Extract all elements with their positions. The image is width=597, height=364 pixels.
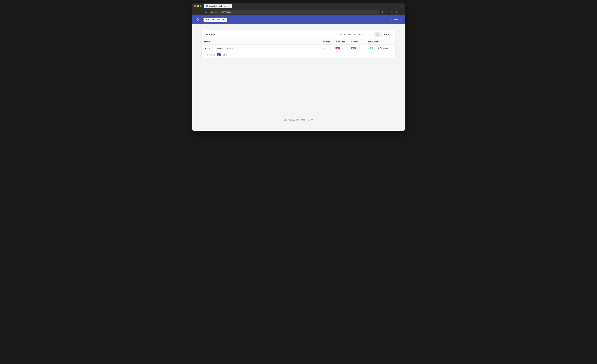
app-navbar: ✚ Create a new form 👤 dkigen ▾ [192,15,405,24]
minimize-window-button[interactable] [197,5,199,7]
maximize-window-button[interactable] [200,5,202,7]
filter-icon: ▼ [383,33,385,36]
refresh-button[interactable]: ↻ [204,10,208,14]
pagination-page-1[interactable]: 1 [217,53,220,56]
search-icon: 🔍 [376,33,378,36]
bookmark-icon[interactable]: ☆ [385,10,389,14]
lock-icon: 🔒 [211,11,213,13]
table-row: Test POC Enrollment Form v1.0 1.0 No No … [202,45,395,52]
toolbar-actions: ⬇ ☆ ⚙ 👤 ⋮ [380,10,403,14]
pagination-row: « Previous 1 Next » [202,52,395,58]
search-input-wrap: 🔍 [337,32,380,37]
address-bar[interactable]: 🔒 localhost:4200/#/forms [209,10,379,15]
app-footer: v1.0 · Built on 17/06/2022 11:49:08 [202,116,395,124]
forms-table: Name Version Published Retired Form Acti… [202,39,395,52]
cell-version: 1.0 [321,45,333,52]
app-content: ✚ Create a new form 👤 dkigen ▾ POC Forms… [192,15,405,131]
create-form-label: Create a new form [208,18,225,21]
window-chevron-icon: ⌄ [401,5,403,7]
tab-close-button[interactable]: ✕ [228,5,230,7]
user-menu-chevron-icon: ▾ [401,18,401,21]
col-header-published: Published [333,39,349,45]
col-header-version: Version [321,39,333,45]
browser-tabs: A Ampath Form Builder ✕ + [204,4,400,8]
actions-cell: ✏ Edit ⬇ Download [367,47,393,50]
pagination: « Previous 1 Next » [204,53,393,56]
create-form-icon: ✚ [206,18,207,21]
extensions-icon[interactable]: ⚙ [390,10,393,14]
cell-retired: No [349,45,364,52]
cell-published: No [333,45,349,52]
edit-button[interactable]: ✏ Edit [367,47,375,50]
cell-name: Test POC Enrollment Form v1.0 [202,45,321,52]
footer-text: v1.0 · Built on 17/06/2022 11:49:08 [284,119,313,121]
form-type-select[interactable]: POC Forms All Forms [204,32,226,37]
new-tab-button[interactable]: + [233,4,237,8]
browser-addressbar: ‹ › ↻ 🔒 localhost:4200/#/forms ⬇ ☆ ⚙ 👤 ⋮ [192,9,405,15]
user-icon: 👤 [390,18,393,21]
active-tab[interactable]: A Ampath Form Builder ✕ [204,4,232,8]
pagination-next[interactable]: Next » [221,53,230,56]
download-button[interactable]: ⬇ Download [376,47,390,50]
address-url: localhost:4200/#/forms [214,11,233,13]
app-logo [196,17,201,22]
col-header-form-actions: Form Actions [364,39,395,45]
pencil-icon: ✏ [368,47,370,49]
create-form-button[interactable]: ✚ Create a new form [204,18,227,22]
tab-title: Ampath Form Builder [209,5,227,7]
search-filter-area: 🔍 ▼ Filter [337,32,393,37]
browser-titlebar: A Ampath Form Builder ✕ + ⌄ [192,3,405,9]
table-body: Test POC Enrollment Form v1.0 1.0 No No … [202,45,395,52]
user-menu[interactable]: 👤 dkigen ▾ [390,18,401,21]
col-header-name: Name [202,39,321,45]
search-button[interactable]: 🔍 [375,32,380,37]
filter-button[interactable]: ▼ Filter [381,32,393,37]
search-input[interactable] [337,32,380,37]
table-header-row: Name Version Published Retired Form Acti… [202,39,395,45]
pagination-previous[interactable]: « Previous [204,53,216,56]
table-controls: POC Forms All Forms ▾ 🔍 [202,30,395,39]
form-type-selector[interactable]: POC Forms All Forms ▾ [204,32,226,37]
tab-favicon: A [206,5,208,7]
page-content: POC Forms All Forms ▾ 🔍 [192,24,405,131]
retired-badge: No [351,47,356,49]
forms-container: POC Forms All Forms ▾ 🔍 [202,30,395,58]
col-header-retired: Retired [349,39,364,45]
profile-icon[interactable]: 👤 [394,10,398,14]
svg-point-0 [198,18,199,19]
traffic-lights [194,5,202,7]
browser-window-controls: ⌄ [401,5,403,7]
menu-icon[interactable]: ⋮ [399,10,403,14]
forward-button[interactable]: › [199,10,203,14]
back-button[interactable]: ‹ [194,10,198,14]
download-icon: ⬇ [378,47,379,49]
svg-line-1 [197,19,198,21]
svg-line-2 [198,19,199,21]
download-icon[interactable]: ⬇ [380,10,384,14]
cell-actions: ✏ Edit ⬇ Download [364,45,395,52]
close-window-button[interactable] [194,5,196,7]
user-name: dkigen [394,18,400,21]
pagination-table: « Previous 1 Next » [202,52,395,58]
published-badge: No [336,47,340,49]
filter-label: Filter [386,33,391,36]
table-header: Name Version Published Retired Form Acti… [202,39,395,45]
